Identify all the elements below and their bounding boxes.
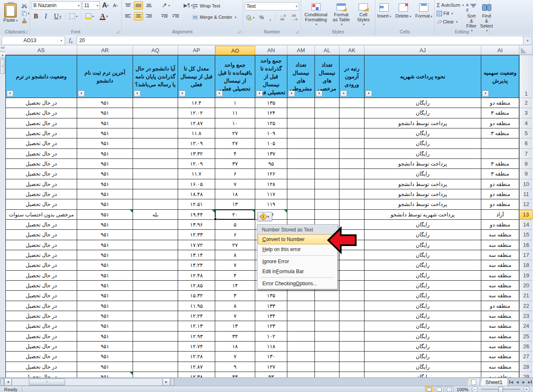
column-header-AJ[interactable]: AJ: [365, 46, 481, 55]
row-header-9[interactable]: 9: [519, 169, 533, 179]
row-header-26[interactable]: 26: [519, 342, 533, 352]
column-header-AN[interactable]: AN: [255, 46, 287, 55]
cell-AQ12[interactable]: [133, 199, 178, 209]
cell-AJ3[interactable]: رایگان: [365, 108, 481, 118]
cell-AS26[interactable]: در حال تحصیل: [5, 342, 77, 352]
menu-item-help-on-this-error[interactable]: Help on this error: [258, 244, 337, 254]
cell-AP4[interactable]: ۱۲.۸۷: [178, 118, 215, 128]
cell-AP17[interactable]: ۱۳.۱۴: [178, 250, 215, 260]
cell-AP8[interactable]: ۱۲.۰۹: [178, 159, 215, 169]
row-header-6[interactable]: 6: [519, 138, 533, 148]
align-bottom-button[interactable]: [144, 1, 153, 10]
column-header-AR[interactable]: AR: [77, 46, 133, 55]
cell-AR26[interactable]: ۹۵۱: [77, 342, 133, 352]
cell-AO16[interactable]: ۲۷: [215, 240, 255, 250]
cell-AK29[interactable]: [339, 372, 365, 377]
font-color-button[interactable]: A: [98, 12, 110, 20]
row-header-22[interactable]: 22: [519, 301, 533, 311]
field-header-AL[interactable]: تعداد نیمسال های مرخصی▾: [315, 55, 339, 98]
cell-AK8[interactable]: [339, 159, 365, 169]
grow-font-button[interactable]: A˄: [101, 1, 110, 10]
tab-split-handle[interactable]: [1, 378, 4, 386]
cell-AM10[interactable]: [287, 179, 315, 189]
cell-AJ27[interactable]: رایگان: [365, 352, 481, 362]
filter-button-AP[interactable]: ▾: [179, 90, 186, 97]
cell-AQ23[interactable]: [133, 311, 178, 321]
last-sheet-button[interactable]: ▶: [527, 379, 533, 385]
merge-center-button[interactable]: Merge & Center: [192, 13, 237, 21]
shrink-font-button[interactable]: A˅: [111, 1, 120, 10]
cell-AJ28[interactable]: رایگان: [365, 362, 481, 372]
cell-AN23[interactable]: ۱۳۴: [255, 311, 287, 321]
cell-AK5[interactable]: [339, 128, 365, 138]
cell-AL4[interactable]: [315, 118, 339, 128]
cell-AS20[interactable]: در حال تحصیل: [5, 281, 77, 291]
cell-AR11[interactable]: ۹۵۱: [77, 189, 133, 199]
formula-bar-expand-button[interactable]: ▾: [523, 36, 532, 45]
horizontal-scroll-thumb[interactable]: ≡: [29, 379, 65, 385]
row-header-5[interactable]: 5: [519, 128, 533, 138]
cell-AR22[interactable]: ۹۵۱: [77, 301, 133, 311]
cell-AI12[interactable]: منطقه دو: [481, 199, 519, 209]
cell-AQ28[interactable]: [133, 362, 178, 372]
select-all-corner[interactable]: [519, 46, 533, 55]
cell-AL29[interactable]: [315, 372, 339, 377]
cell-AS15[interactable]: در حال تحصیل: [5, 230, 77, 240]
cell-AK2[interactable]: [339, 98, 365, 108]
cell-AS23[interactable]: در حال تحصیل: [5, 311, 77, 321]
row-header-11[interactable]: 11: [519, 189, 533, 199]
cell-AI26[interactable]: منطقه سه: [481, 342, 519, 352]
cell-AR2[interactable]: ۹۵۱: [77, 98, 133, 108]
cell-AM6[interactable]: [287, 138, 315, 148]
menu-item-edit-in-formula-bar[interactable]: Edit in Formula Bar: [258, 266, 337, 276]
row-header-8[interactable]: 8: [519, 159, 533, 169]
field-header-AJ[interactable]: نحوه پرداخت شهریه▾: [365, 55, 481, 98]
cell-AR7[interactable]: ۹۵۱: [77, 149, 133, 159]
cell-AQ22[interactable]: [133, 301, 178, 311]
cell-AJ20[interactable]: رایگان: [365, 281, 481, 291]
cell-AQ18[interactable]: [133, 260, 178, 270]
cell-AR14[interactable]: ۹۵۱: [77, 220, 133, 230]
cell-AS6[interactable]: در حال تحصیل: [5, 138, 77, 148]
cell-AN7[interactable]: ۱۳۷: [255, 149, 287, 159]
cell-AR10[interactable]: ۹۵۱: [77, 179, 133, 189]
cell-AR23[interactable]: ۹۵۱: [77, 311, 133, 321]
cell-AM11[interactable]: [287, 189, 315, 199]
alignment-dialog-launcher[interactable]: [238, 30, 241, 34]
column-header-AK[interactable]: AK: [339, 46, 365, 55]
cell-AP18[interactable]: ۱۴.۲۴: [178, 260, 215, 270]
cell-AS10[interactable]: در حال تحصیل: [5, 179, 77, 189]
cell-AL21[interactable]: [315, 291, 339, 301]
column-header-AL[interactable]: AL: [315, 46, 339, 55]
cell-AN11[interactable]: ۱۱۷: [255, 189, 287, 199]
cell-AI14[interactable]: منطقه دو: [481, 220, 519, 230]
filter-button-AK[interactable]: ▾: [340, 90, 347, 97]
cell-AJ14[interactable]: رایگان: [365, 220, 481, 230]
cell-AI17[interactable]: منطقه سه: [481, 250, 519, 260]
cell-AO28[interactable]: ۹: [215, 362, 255, 372]
row-header-28[interactable]: 28: [519, 362, 533, 372]
menu-item-convert-to-number[interactable]: Convert to Number: [258, 234, 337, 244]
cell-AK13[interactable]: [339, 210, 365, 220]
zoom-slider-thumb[interactable]: [498, 387, 503, 392]
cell-AL2[interactable]: [315, 98, 339, 108]
filter-button-AJ[interactable]: ▾: [365, 90, 372, 97]
cell-AK9[interactable]: [339, 169, 365, 179]
borders-button[interactable]: [67, 12, 80, 20]
cell-AO17[interactable]: ۸: [215, 250, 255, 260]
cell-AL28[interactable]: [315, 362, 339, 372]
cell-AN5[interactable]: ۱۰۹: [255, 128, 287, 138]
paste-button[interactable]: Paste: [2, 1, 19, 25]
cell-AO11[interactable]: ۱۸: [215, 189, 255, 199]
cell-AP22[interactable]: ۱۱.۹۵: [178, 301, 215, 311]
cell-AQ10[interactable]: [133, 179, 178, 189]
filter-button-AI[interactable]: ▾: [482, 90, 489, 97]
decrease-decimal-button[interactable]: .00→.0: [289, 13, 299, 22]
cell-AI18[interactable]: منطقه سه: [481, 260, 519, 270]
row-header-23[interactable]: 23: [519, 311, 533, 321]
row-header-2[interactable]: 2: [519, 98, 533, 108]
zoom-slider[interactable]: [481, 389, 520, 390]
align-middle-button[interactable]: [134, 1, 143, 10]
cell-AO8[interactable]: ۳۷: [215, 159, 255, 169]
cell-AO21[interactable]: ۳: [215, 291, 255, 301]
